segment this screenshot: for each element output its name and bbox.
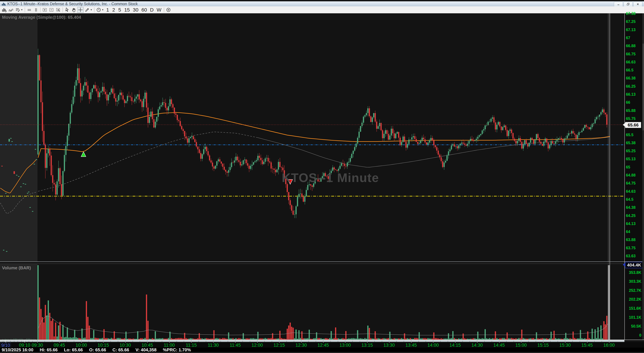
close-button[interactable] bbox=[633, 2, 642, 6]
toolbar-tf-2[interactable]: 2 bbox=[111, 7, 116, 13]
pencil-icon bbox=[85, 7, 90, 12]
time-ruler[interactable] bbox=[0, 340, 624, 342]
ruler-tick bbox=[426, 341, 426, 342]
ruler-tick bbox=[316, 341, 316, 342]
toolbar-crosshair-tool[interactable] bbox=[77, 7, 84, 13]
toolbar-vertical-lines[interactable] bbox=[33, 7, 39, 13]
time-tick: 15:15 bbox=[538, 343, 549, 348]
ruler-tick bbox=[10, 341, 10, 342]
toolbar-tf-1[interactable]: 1 bbox=[105, 7, 110, 13]
price-tick: 66.63 bbox=[626, 60, 636, 64]
dropdown-caret-icon[interactable]: ▼ bbox=[90, 8, 92, 11]
scrollbar-thumb[interactable] bbox=[642, 44, 644, 130]
time-tick: 11:15 bbox=[186, 343, 197, 348]
volume-panel-label[interactable]: Volume (BAR) bbox=[2, 265, 31, 270]
ruler-tick bbox=[110, 341, 111, 342]
toolbar-draw-tool[interactable]: ▼ bbox=[84, 7, 93, 13]
time-tick: 09:10 bbox=[19, 343, 30, 348]
price-panel[interactable] bbox=[0, 14, 624, 262]
ruler-tick bbox=[52, 341, 52, 342]
window-bottom-edge bbox=[0, 352, 644, 353]
price-tick: 66.13 bbox=[626, 92, 636, 97]
toolbar-horizontal-lines[interactable] bbox=[26, 7, 32, 13]
moving-average-label[interactable]: Moving Average (Simple@100): 65.404 bbox=[2, 15, 81, 20]
volume-panel[interactable] bbox=[0, 262, 624, 340]
timeframe-label: 15 bbox=[124, 7, 130, 13]
price-tick: 65.75 bbox=[626, 116, 636, 121]
time-tick: 10:45 bbox=[142, 343, 153, 348]
window-titlebar[interactable]: KTOS--1 Minute--Kratos Defense & Securit… bbox=[0, 1, 644, 6]
circle-x-icon bbox=[166, 7, 171, 12]
ruler-tick bbox=[418, 341, 419, 342]
minimize-button[interactable] bbox=[614, 2, 623, 6]
restore-button[interactable] bbox=[624, 2, 633, 6]
toolbar-tf-W[interactable]: W bbox=[155, 7, 162, 13]
toolbar-zoom-in[interactable] bbox=[42, 7, 48, 13]
toolbar-interval-menu[interactable]: ▼ bbox=[96, 7, 104, 13]
price-tick: 64.88 bbox=[626, 173, 636, 178]
toolbar-drawing-history[interactable]: ▼ bbox=[14, 7, 24, 13]
toolbar-tf-15[interactable]: 15 bbox=[123, 7, 131, 13]
toolbar-pan-tool[interactable] bbox=[70, 7, 77, 13]
lines-back-icon bbox=[15, 7, 20, 12]
time-tick: 15:00 bbox=[515, 343, 527, 348]
price-tick: 63.75 bbox=[626, 246, 636, 250]
ruler-tick bbox=[492, 341, 492, 342]
last-price-bubble: 65.66 bbox=[625, 122, 641, 128]
minimize-icon bbox=[616, 2, 620, 6]
time-tick: 14:00 bbox=[428, 343, 439, 348]
status-pct-change: %PRC: 1.70% bbox=[163, 347, 191, 352]
toolbar-tf-60[interactable]: 60 bbox=[140, 7, 148, 13]
toolbar-chart-analysis[interactable] bbox=[1, 7, 8, 13]
dropdown-caret-icon[interactable]: ▼ bbox=[102, 8, 104, 11]
toolbar-tf-D[interactable]: D bbox=[149, 7, 155, 13]
time-tick: 10:00 bbox=[76, 343, 87, 348]
panel-separator[interactable] bbox=[0, 262, 644, 262]
price-tick: 63.63 bbox=[626, 254, 636, 258]
volume-tick: 353.8K bbox=[624, 270, 641, 275]
clock-icon bbox=[96, 7, 101, 12]
time-tick: 15:45 bbox=[582, 343, 593, 348]
ruler-tick bbox=[154, 341, 155, 342]
volume-tick: 303.3K bbox=[624, 279, 641, 284]
toolbar-zoom-out[interactable] bbox=[48, 7, 55, 13]
time-tick: 14:15 bbox=[450, 343, 461, 348]
toolbar-zoom-reset[interactable] bbox=[55, 7, 62, 13]
price-tick: 64.25 bbox=[626, 213, 636, 218]
toolbar-indicators[interactable] bbox=[8, 7, 14, 13]
restore-icon bbox=[626, 2, 630, 6]
toolbar-close-chart[interactable] bbox=[165, 7, 172, 13]
ruler-tick bbox=[14, 341, 14, 342]
status-open: O: 65.66 bbox=[89, 347, 106, 352]
ruler-tick bbox=[477, 340, 477, 342]
toolbar-separator bbox=[25, 7, 25, 12]
ruler-tick bbox=[550, 341, 550, 342]
ruler-tick bbox=[374, 341, 375, 342]
toolbar-tf-30[interactable]: 30 bbox=[132, 7, 140, 13]
ruler-tick bbox=[37, 340, 38, 342]
toolbar-pointer-tool[interactable] bbox=[64, 7, 70, 13]
ruler-tick bbox=[257, 340, 258, 342]
crosshair-icon bbox=[78, 7, 83, 12]
price-tick: 67 bbox=[626, 36, 630, 40]
right-scrollbar[interactable] bbox=[642, 14, 644, 340]
volume-tick: 151.6K bbox=[624, 306, 641, 311]
window-title: KTOS--1 Minute--Kratos Defense & Securit… bbox=[7, 2, 138, 6]
ruler-tick bbox=[264, 341, 265, 342]
dropdown-caret-icon[interactable]: ▼ bbox=[21, 8, 23, 11]
ruler-tick bbox=[96, 341, 96, 342]
price-tick: 64 bbox=[626, 230, 630, 234]
box-minus-icon bbox=[49, 7, 54, 12]
price-tick: 65 bbox=[626, 165, 630, 169]
time-axis[interactable]: 9/1009:1009:3009:4510:0010:1510:3010:451… bbox=[0, 342, 644, 348]
price-tick: 66.25 bbox=[626, 84, 636, 88]
price-tick: 65.25 bbox=[626, 149, 636, 153]
ruler-tick bbox=[140, 341, 140, 342]
price-tick: 66.38 bbox=[626, 76, 636, 80]
time-tick: 13:00 bbox=[340, 343, 351, 348]
toolbar-tf-5[interactable]: 5 bbox=[117, 7, 122, 13]
ruler-tick bbox=[125, 340, 126, 342]
box-arrow-icon bbox=[56, 7, 61, 12]
ruler-tick bbox=[242, 341, 243, 342]
window-controls bbox=[614, 2, 642, 6]
